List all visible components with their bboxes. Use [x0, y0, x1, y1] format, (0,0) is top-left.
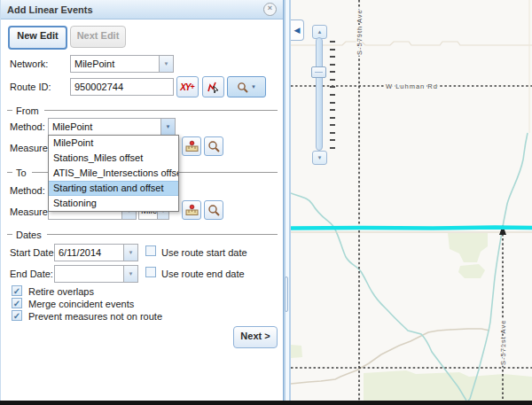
merge-coincident-events-checkbox[interactable]: ✓	[12, 298, 22, 308]
arrow-down-icon: ▼	[317, 155, 323, 160]
search-icon	[207, 204, 220, 216]
to-measure-search-button[interactable]	[204, 200, 223, 220]
end-date-select[interactable]: ▼	[54, 265, 138, 283]
measure-ruler-icon	[185, 140, 199, 153]
end-date-value	[55, 266, 123, 282]
road-label-s-579th: S-579th Ave	[356, 9, 364, 55]
dates-section-legend: Dates	[7, 229, 278, 240]
new-edit-button[interactable]: New Edit	[8, 26, 67, 50]
start-date-label: Start Date:	[10, 247, 57, 258]
next-button[interactable]: Next >	[233, 326, 278, 348]
dropdown-item[interactable]: Stationing	[49, 196, 178, 211]
chevron-down-icon[interactable]: ▼	[159, 56, 173, 72]
vegetation-area	[291, 345, 302, 358]
use-route-start-date-checkbox[interactable]	[145, 245, 156, 256]
network-label: Network:	[10, 58, 48, 69]
chevron-down-icon: ▼	[251, 84, 256, 90]
select-route-icon	[207, 81, 220, 94]
from-measure-label: Measure:	[10, 143, 51, 153]
search-icon	[207, 140, 220, 152]
from-method-value: MilePoint	[49, 119, 160, 135]
road-label-s-571st: S-571st Ave	[499, 320, 507, 365]
panel-title: Add Linear Events	[7, 4, 93, 15]
use-route-end-date-checkbox[interactable]	[145, 267, 156, 277]
search-icon	[237, 82, 248, 93]
route-id-label: Route ID:	[10, 82, 51, 92]
panel-titlebar: Add Linear Events ×	[1, 0, 283, 19]
retire-overlaps-checkbox[interactable]: ✓	[12, 285, 22, 296]
map-viewport[interactable]: W Luhman Rd S-579th Ave S-571st Ave ◀ ▲ …	[291, 0, 532, 401]
chevron-down-icon[interactable]: ▼	[160, 119, 175, 135]
merge-coincident-events-label: Merge coincident events	[28, 299, 134, 309]
from-method-label: Method:	[10, 121, 45, 132]
retire-overlaps-label: Retire overlaps	[28, 286, 94, 297]
from-locate-measure-button[interactable]	[182, 136, 201, 156]
from-section-legend: From	[7, 105, 278, 116]
method-dropdown-list: MilePoint Stations_Miles offset ATIS_Mil…	[48, 135, 179, 212]
network-value: MilePoint	[71, 56, 159, 72]
vegetation-area	[448, 233, 488, 262]
splitter-grip-handle[interactable]	[285, 276, 288, 312]
from-method-select[interactable]: MilePoint ▼	[48, 118, 176, 136]
close-icon[interactable]: ×	[263, 3, 277, 16]
plus-icon: +	[191, 82, 195, 91]
collapse-panel-button[interactable]: ◀	[291, 19, 304, 41]
add-linear-events-panel: Add Linear Events × New Edit Next Edit N…	[0, 0, 284, 401]
dropdown-item[interactable]: ATIS_Mile_Intersections offset	[49, 166, 178, 181]
to-measure-label: Measure:	[10, 206, 51, 217]
chevron-down-icon[interactable]: ▼	[123, 245, 137, 261]
arrow-up-icon: ▲	[317, 29, 323, 35]
stream-line	[291, 193, 466, 401]
from-measure-search-button[interactable]	[204, 136, 223, 156]
use-route-end-date-label: Use route end date	[161, 269, 245, 279]
start-date-select[interactable]: 6/11/2014 ▼	[54, 244, 138, 261]
road-label-w-luhman: W Luhman Rd	[386, 82, 438, 90]
map-canvas: W Luhman Rd S-579th Ave S-571st Ave	[291, 0, 532, 401]
vegetation-area	[364, 370, 532, 401]
dropdown-item-selected[interactable]: Starting station and offset	[49, 181, 178, 196]
zoom-out-button[interactable]: ▼	[312, 151, 327, 165]
use-route-start-date-label: Use route start date	[161, 247, 247, 258]
to-locate-measure-button[interactable]	[182, 200, 201, 220]
selected-route-highlight	[291, 228, 532, 229]
window-bottom-border	[0, 401, 532, 405]
network-select[interactable]: MilePoint ▼	[70, 55, 174, 73]
prevent-measures-checkbox[interactable]: ✓	[12, 310, 22, 321]
measure-ruler-icon	[185, 204, 199, 217]
to-method-label: Method:	[10, 185, 45, 196]
vegetation-area	[458, 264, 485, 278]
zoom-slider-ticks	[330, 41, 336, 149]
xy-icon: XY	[180, 82, 190, 92]
collapse-left-icon: ◀	[294, 26, 301, 35]
route-id-input[interactable]	[70, 78, 174, 96]
prevent-measures-label: Prevent measures not on route	[28, 311, 162, 322]
dropdown-item[interactable]: Stations_Miles offset	[49, 151, 178, 166]
start-date-value: 6/11/2014	[55, 245, 123, 261]
next-edit-button: Next Edit	[70, 26, 126, 48]
select-route-on-map-button[interactable]	[202, 76, 224, 97]
route-search-dropdown-button[interactable]: ▼	[227, 76, 266, 97]
end-date-label: End Date:	[10, 269, 53, 279]
dropdown-item[interactable]: MilePoint	[49, 136, 178, 151]
parcel-boundary-line	[291, 42, 532, 45]
panel-map-splitter[interactable]	[284, 0, 291, 401]
app-window: Add Linear Events × New Edit Next Edit N…	[0, 0, 532, 405]
xy-coordinates-button[interactable]: XY+	[176, 76, 199, 97]
chevron-down-icon[interactable]: ▼	[123, 266, 137, 282]
zoom-slider-track[interactable]	[316, 37, 323, 151]
zoom-slider-handle[interactable]	[311, 66, 326, 78]
